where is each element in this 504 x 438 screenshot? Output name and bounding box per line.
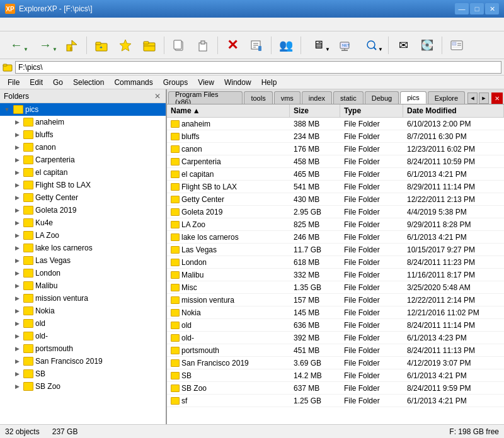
tree-item[interactable]: ▶Flight SB to LAX [0, 179, 166, 191]
expand-icon[interactable]: ▶ [13, 144, 21, 150]
expand-icon[interactable]: ▶ [13, 157, 21, 163]
new-folder-button[interactable]: + [90, 34, 113, 57]
tab-index[interactable]: index [302, 91, 332, 104]
expand-icon[interactable]: ▶ [13, 207, 21, 213]
table-row[interactable]: mission ventura157 MBFile Folder12/22/20… [167, 294, 504, 306]
col-header-type[interactable]: Type [340, 104, 403, 117]
table-row[interactable]: SB Zoo637 MBFile Folder8/24/2011 9:59 PM [167, 382, 504, 395]
table-row[interactable]: Malibu332 MBFile Folder11/16/2011 8:17 P… [167, 269, 504, 281]
table-row[interactable]: portsmouth451 MBFile Folder8/24/2011 11:… [167, 344, 504, 357]
explore-button[interactable]: ▼ [357, 34, 385, 57]
tree-item[interactable]: ▶old [0, 317, 166, 330]
table-row[interactable]: Nokia145 MBFile Folder12/21/2016 11:02 P… [167, 306, 504, 319]
tab-close-button[interactable]: ✕ [491, 93, 503, 104]
back-button[interactable]: ←▼ [3, 34, 30, 57]
menu-item-window[interactable]: Window [219, 76, 256, 89]
favorites-button[interactable] [114, 34, 137, 57]
expand-icon[interactable]: ▶ [13, 257, 21, 264]
mail-button[interactable]: ✉ [392, 34, 415, 57]
table-row[interactable]: Getty Center430 MBFile Folder12/22/2011 … [167, 193, 504, 206]
table-row[interactable]: Misc1.35 GBFile Folder3/25/2020 5:48 AM [167, 281, 504, 294]
up-button[interactable] [60, 34, 83, 57]
expand-icon[interactable]: ▶ [13, 182, 21, 188]
table-row[interactable]: old-392 MBFile Folder6/1/2013 4:23 PM [167, 332, 504, 344]
expand-icon[interactable]: ▶ [13, 345, 21, 352]
menu-item-selection[interactable]: Selection [68, 76, 109, 89]
table-row[interactable]: anaheim388 MBFile Folder6/10/2013 2:00 P… [167, 118, 504, 130]
expand-icon[interactable]: ▶ [13, 308, 21, 314]
drive-button[interactable]: 💽 [416, 34, 438, 57]
tab-explore[interactable]: Explore [428, 91, 465, 104]
tree-item[interactable]: ▶lake los carneros [0, 242, 166, 254]
table-row[interactable]: LA Zoo825 MBFile Folder9/29/2011 8:28 PM [167, 218, 504, 231]
maximize-button[interactable]: □ [470, 3, 484, 14]
table-row[interactable]: San Francisco 20193.69 GBFile Folder4/12… [167, 357, 504, 369]
tree-item[interactable]: ▶SB [0, 368, 166, 380]
file-list[interactable]: Name ▲ Size Type Date Modified anaheim38… [167, 104, 504, 424]
tree-item[interactable]: ▶canon [0, 141, 166, 154]
expand-icon[interactable]: ▶ [13, 358, 21, 364]
view-button[interactable] [445, 34, 468, 57]
folder-tree[interactable]: ▼pics▶anaheim▶bluffs▶canon▶Carpenteria▶e… [0, 103, 166, 424]
table-row[interactable]: Goleta 20192.95 GBFile Folder4/4/2019 5:… [167, 206, 504, 218]
expand-icon[interactable]: ▶ [13, 194, 21, 201]
table-row[interactable]: sf1.25 GBFile Folder6/1/2013 4:21 PM [167, 395, 504, 407]
expand-icon[interactable]: ▶ [13, 119, 21, 125]
tab-static[interactable]: static [333, 91, 364, 104]
tree-item[interactable]: ▶Las Vegas [0, 254, 166, 267]
tree-item[interactable]: ▶SB Zoo [0, 380, 166, 393]
folder-panel-close-button[interactable]: ✕ [153, 92, 162, 101]
tree-item[interactable]: ▶Nokia [0, 305, 166, 317]
minimize-button[interactable]: — [455, 3, 469, 14]
tree-item[interactable]: ▶old- [0, 330, 166, 342]
col-header-date[interactable]: Date Modified [403, 104, 504, 117]
tree-item[interactable]: ▶bluffs [0, 128, 166, 141]
expand-icon[interactable]: ▶ [13, 333, 21, 339]
delete-button[interactable]: ✕ [221, 34, 244, 57]
tree-item[interactable]: ▶Malibu [0, 279, 166, 292]
tab-program-files-(x86)[interactable]: Program Files (x86) [168, 91, 243, 104]
expand-icon[interactable]: ▶ [13, 371, 21, 377]
expand-icon[interactable]: ▶ [13, 320, 21, 327]
menu-item-commands[interactable]: Commands [109, 76, 158, 89]
menu-item-groups[interactable]: Groups [158, 76, 193, 89]
users-button[interactable]: 👥 [275, 34, 297, 57]
table-row[interactable]: Carpenteria458 MBFile Folder8/24/2011 10… [167, 155, 504, 168]
expand-icon[interactable]: ▶ [13, 383, 21, 390]
copy-button[interactable] [168, 34, 190, 57]
table-row[interactable]: London618 MBFile Folder8/24/2011 11:23 P… [167, 256, 504, 269]
table-row[interactable]: bluffs234 MBFile Folder8/7/2011 6:30 PM [167, 130, 504, 143]
tree-item[interactable]: ▶portsmouth [0, 342, 166, 355]
tab-prev-button[interactable]: ◄ [467, 93, 478, 104]
table-row[interactable]: SB14.2 MBFile Folder6/1/2013 4:21 PM [167, 369, 504, 382]
menu-item-go[interactable]: Go [48, 76, 68, 89]
close-button[interactable]: ✕ [485, 3, 499, 14]
table-row[interactable]: Las Vegas11.7 GBFile Folder10/15/2017 9:… [167, 244, 504, 256]
menu-item-view[interactable]: View [193, 76, 219, 89]
rename-button[interactable] [245, 34, 268, 57]
expand-icon[interactable]: ▼ [3, 106, 11, 113]
address-input[interactable] [15, 61, 501, 74]
table-row[interactable]: lake los carneros246 MBFile Folder6/1/20… [167, 231, 504, 244]
tree-item[interactable]: ▶London [0, 267, 166, 279]
table-row[interactable]: el capitan465 MBFile Folder6/1/2013 4:21… [167, 168, 504, 181]
expand-icon[interactable]: ▶ [13, 295, 21, 301]
tab-debug[interactable]: Debug [365, 91, 399, 104]
tree-item[interactable]: ▶Getty Center [0, 191, 166, 204]
table-row[interactable]: old636 MBFile Folder8/24/2011 11:14 PM [167, 319, 504, 332]
expand-icon[interactable]: ▶ [13, 270, 21, 276]
menu-item-file[interactable]: File [3, 76, 25, 89]
expand-icon[interactable]: ▶ [13, 220, 21, 226]
tree-item[interactable]: ▶Ku4e [0, 216, 166, 229]
network-button[interactable]: NET [333, 34, 356, 57]
tab-tools[interactable]: tools [244, 91, 272, 104]
expand-icon[interactable]: ▶ [13, 283, 21, 289]
tree-item[interactable]: ▶Goleta 2019 [0, 204, 166, 216]
tree-item[interactable]: ▼pics [0, 103, 166, 116]
col-header-name[interactable]: Name ▲ [167, 104, 290, 117]
tab-pics[interactable]: pics [400, 91, 427, 104]
forward-button[interactable]: →▼ [32, 34, 59, 57]
expand-icon[interactable]: ▶ [13, 169, 21, 176]
expand-icon[interactable]: ▶ [13, 132, 21, 138]
paste-button[interactable] [192, 34, 214, 57]
